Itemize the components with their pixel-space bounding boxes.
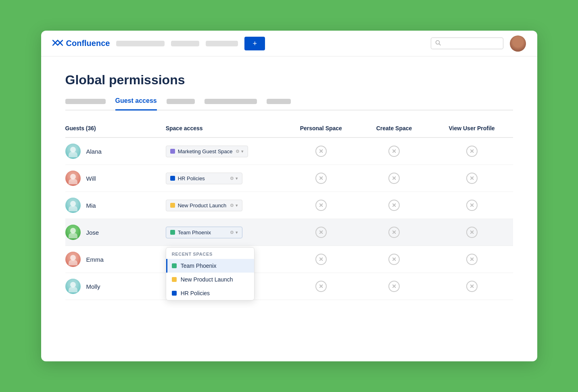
- tab-guest-access[interactable]: Guest access: [115, 97, 157, 111]
- create-button[interactable]: +: [244, 37, 265, 50]
- perm-x-mia-create[interactable]: ✕: [388, 200, 400, 211]
- dropdown-item-team-phoenix[interactable]: Team Phoenix: [166, 259, 254, 273]
- perm-x-will-personal[interactable]: ✕: [315, 173, 327, 184]
- dropdown-section-label: RECENT SPACES: [166, 248, 254, 259]
- perm-x-alana-personal[interactable]: ✕: [315, 146, 327, 157]
- user-cell-will: Will: [65, 171, 166, 186]
- space-dot-hr-policies: [172, 291, 177, 296]
- page-content: Global permissions Guest access Guests (…: [41, 56, 537, 300]
- perm-x-emma-personal[interactable]: ✕: [315, 254, 327, 265]
- tabs-row: Guest access: [65, 97, 513, 111]
- perm-x-molly-create[interactable]: ✕: [388, 281, 400, 292]
- dropdown-item-label-hr-policies: HR Policies: [181, 290, 210, 296]
- space-dot-mia: [170, 203, 175, 208]
- perm-x-jose-view[interactable]: ✕: [466, 227, 478, 238]
- perm-x-alana-view[interactable]: ✕: [466, 146, 478, 157]
- page-title: Global permissions: [65, 73, 513, 88]
- dropdown-item-hr-policies[interactable]: HR Policies: [166, 286, 254, 300]
- space-name-jose: Team Phoenix: [178, 229, 227, 236]
- space-name-will: HR Policies: [178, 175, 227, 181]
- space-dot-alana: [170, 149, 175, 154]
- perm-x-mia-personal[interactable]: ✕: [315, 200, 327, 211]
- gear-icon: ⚙: [230, 176, 234, 181]
- space-badge-icons-alana: ⚙ ▾: [236, 149, 244, 154]
- user-cell-molly: Molly: [65, 279, 166, 294]
- col-header-space: Space access: [166, 125, 284, 138]
- nav-item-2: [171, 41, 199, 46]
- table-row: Molly Marketing Guest Space ⚙ ▾: [65, 273, 513, 300]
- perm-x-emma-create[interactable]: ✕: [388, 254, 400, 265]
- table-row: Emma Team Phoenix ⚙ ▾: [65, 246, 513, 273]
- space-badge-icons-jose: ⚙ ▾: [230, 230, 238, 235]
- user-name-emma: Emma: [86, 256, 104, 263]
- table-row: Will HR Policies ⚙ ▾: [65, 165, 513, 192]
- tab-placeholder-2: [167, 99, 195, 110]
- avatar-emma: [65, 252, 81, 267]
- perm-x-jose-create[interactable]: ✕: [388, 227, 400, 238]
- user-name-mia: Mia: [86, 202, 96, 209]
- avatar-mia: [65, 198, 81, 213]
- perm-x-molly-personal[interactable]: ✕: [315, 281, 327, 292]
- svg-line-1: [439, 44, 440, 46]
- space-badge-icons-mia: ⚙ ▾: [230, 203, 238, 208]
- space-dot-team-phoenix: [172, 263, 177, 268]
- logo-text: Confluence: [66, 39, 110, 48]
- dropdown-item-label-new-product: New Product Launch: [181, 276, 233, 283]
- user-name-alana: Alana: [86, 148, 102, 155]
- dropdown-item-label-team-phoenix: Team Phoenix: [181, 263, 217, 269]
- confluence-logo: Confluence: [52, 38, 110, 49]
- perm-x-jose-personal[interactable]: ✕: [315, 227, 327, 238]
- space-dot-will: [170, 176, 175, 181]
- col-header-create: Create Space: [357, 125, 430, 138]
- col-header-view: View User Profile: [431, 125, 513, 138]
- table-row: Mia New Product Launch ⚙ ▾: [65, 192, 513, 219]
- table-row: Alana Marketing Guest Space ⚙ ▾: [65, 138, 513, 165]
- perm-x-molly-view[interactable]: ✕: [466, 281, 478, 292]
- space-name-alana: Marketing Guest Space: [178, 148, 233, 154]
- col-header-guests: Guests (36): [65, 125, 166, 138]
- space-dot-jose: [170, 230, 175, 235]
- perm-x-will-create[interactable]: ✕: [388, 173, 400, 184]
- permissions-table: Guests (36) Space access Personal Space …: [65, 125, 513, 300]
- user-cell-alana: Alana: [65, 144, 166, 159]
- chevron-down-icon: ▾: [236, 203, 238, 208]
- space-dropdown: RECENT SPACES Team Phoenix New Product L…: [166, 247, 255, 300]
- nav-bar: Confluence +: [41, 31, 537, 56]
- nav-item-3: [206, 41, 238, 46]
- space-badge-jose[interactable]: Team Phoenix ⚙ ▾: [166, 227, 242, 238]
- avatar-molly: [65, 279, 81, 294]
- perm-x-will-view[interactable]: ✕: [466, 173, 478, 184]
- logo-icon: [52, 38, 63, 49]
- tab-placeholder-3: [204, 99, 257, 110]
- avatar-img: [510, 35, 526, 52]
- chevron-down-icon: ▾: [236, 176, 238, 181]
- chevron-down-icon: ▾: [236, 230, 238, 235]
- perm-x-mia-view[interactable]: ✕: [466, 200, 478, 211]
- perm-x-emma-view[interactable]: ✕: [466, 254, 478, 265]
- dropdown-item-new-product[interactable]: New Product Launch: [166, 273, 254, 286]
- col-header-personal: Personal Space: [284, 125, 357, 138]
- space-badge-icons-will: ⚙ ▾: [230, 176, 238, 181]
- avatar-alana: [65, 144, 81, 159]
- avatar-jose: [65, 225, 81, 240]
- user-name-molly: Molly: [86, 283, 100, 290]
- table-row: Jose Team Phoenix ⚙ ▾: [65, 219, 513, 246]
- perm-x-alana-create[interactable]: ✕: [388, 146, 400, 157]
- user-avatar[interactable]: [510, 35, 526, 52]
- chevron-down-icon: ▾: [241, 149, 244, 154]
- search-box[interactable]: [431, 38, 503, 49]
- gear-icon: ⚙: [230, 230, 234, 235]
- space-dot-new-product: [172, 277, 177, 282]
- avatar-will: [65, 171, 81, 186]
- tab-placeholder-4: [267, 99, 291, 110]
- space-badge-will[interactable]: HR Policies ⚙ ▾: [166, 173, 242, 184]
- user-name-jose: Jose: [86, 229, 99, 236]
- user-name-will: Will: [86, 175, 96, 182]
- space-badge-mia[interactable]: New Product Launch ⚙ ▾: [166, 200, 242, 211]
- space-badge-alana[interactable]: Marketing Guest Space ⚙ ▾: [166, 146, 248, 157]
- tab-placeholder-1: [65, 99, 106, 110]
- gear-icon: ⚙: [236, 149, 240, 154]
- space-name-mia: New Product Launch: [178, 202, 227, 209]
- gear-icon: ⚙: [230, 203, 234, 208]
- nav-item-1: [116, 41, 165, 46]
